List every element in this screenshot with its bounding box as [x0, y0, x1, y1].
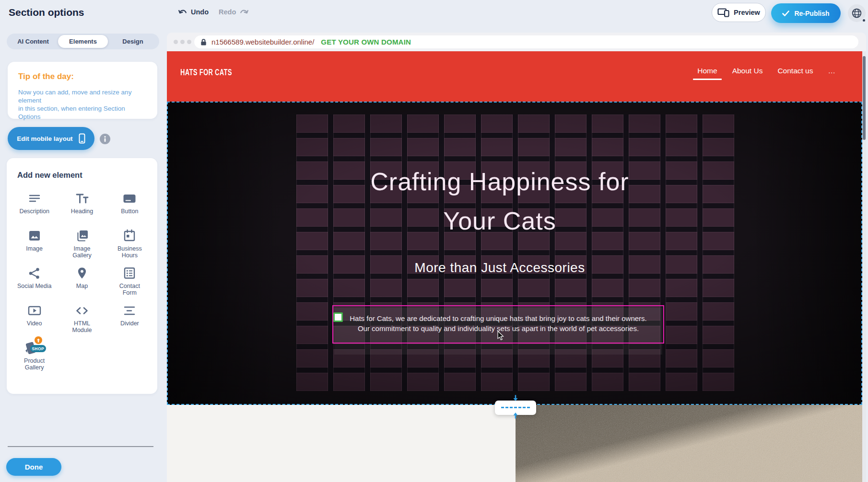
window-dot-3	[187, 40, 191, 44]
edit-mobile-layout-label: Edit mobile layout	[17, 135, 72, 142]
element-image[interactable]: Image	[11, 225, 58, 263]
site-preview: HATS FOR CATS Home About Us Contact us ……	[167, 51, 866, 482]
window-dot-2	[180, 40, 185, 44]
site-logo[interactable]: HATS FOR CATS	[180, 68, 232, 78]
image-gallery-icon	[75, 227, 89, 244]
tab-elements[interactable]: Elements	[58, 35, 108, 48]
map-pin-icon	[75, 264, 89, 282]
html-module-icon	[75, 302, 89, 319]
globe-status-dot	[862, 18, 866, 23]
resize-dashed-line	[501, 407, 530, 408]
tip-body: Now you can add, move and resize any ele…	[18, 88, 148, 121]
upload-badge-icon	[35, 336, 42, 344]
site-nav: Home About Us Contact us …	[697, 67, 835, 80]
republish-button[interactable]: Re-Publish	[771, 3, 841, 23]
gravel-photo	[516, 405, 862, 482]
business-hours-icon	[122, 227, 137, 244]
nav-home[interactable]: Home	[697, 67, 717, 80]
window-dot-1	[174, 40, 178, 44]
arrow-up-icon	[513, 412, 518, 421]
check-icon	[782, 11, 789, 16]
button-icon	[122, 190, 137, 207]
element-contact-form[interactable]: Contact Form	[106, 263, 153, 300]
edit-mobile-layout-button[interactable]: Edit mobile layout	[8, 127, 94, 150]
element-grid: Description Heading Button Image Image G…	[7, 188, 157, 375]
redo-button[interactable]: Redo	[219, 8, 248, 16]
lock-icon	[200, 38, 207, 46]
browser-bar: n1566589.websitebuilder.online/ GET YOUR…	[167, 33, 866, 51]
element-social-media[interactable]: Social Media	[11, 263, 58, 300]
tip-body-line2: in this section, when entering Section O…	[18, 104, 148, 121]
globe-icon	[851, 8, 862, 19]
hero-vignette	[167, 102, 862, 405]
tip-body-line1: Now you can add, move and resize any ele…	[18, 88, 148, 104]
nav-more-menu[interactable]: …	[828, 67, 836, 80]
preview-button[interactable]: Preview	[712, 3, 766, 22]
address-bar[interactable]: n1566589.websitebuilder.online/ GET YOUR…	[194, 35, 858, 48]
product-gallery-icon: SHOP	[24, 339, 45, 356]
description-icon	[27, 190, 42, 207]
undo-icon	[178, 9, 188, 15]
element-html-module[interactable]: HTML Module	[58, 300, 106, 337]
panel-tabs: AI Content Elements Design	[7, 34, 159, 49]
next-section-background	[167, 405, 516, 482]
shop-badge: SHOP	[30, 345, 46, 352]
element-button[interactable]: Button	[106, 188, 153, 225]
hero-section[interactable]: Crafting Happiness for Your Cats More th…	[167, 102, 862, 405]
tab-ai-content[interactable]: AI Content	[8, 35, 58, 48]
arrow-down-icon	[513, 395, 518, 403]
heading-icon	[75, 190, 89, 207]
tip-title: Tip of the day:	[18, 72, 74, 81]
undo-button[interactable]: Undo	[178, 8, 209, 16]
nav-contact-us[interactable]: Contact us	[777, 67, 813, 80]
selected-paragraph-element[interactable]: Hats for Cats, we are dedicated to craft…	[332, 305, 664, 344]
devices-icon	[717, 8, 729, 17]
section-resize-handle[interactable]	[495, 401, 536, 415]
phone-icon	[79, 133, 85, 144]
element-video[interactable]: Video	[11, 300, 58, 337]
done-button[interactable]: Done	[6, 458, 61, 476]
hero-heading[interactable]: Crafting Happiness for Your Cats	[167, 162, 833, 241]
redo-icon	[239, 9, 248, 15]
page-title: Section options	[9, 7, 84, 18]
site-header: HATS FOR CATS Home About Us Contact us …	[167, 51, 862, 102]
scrollbar-thumb[interactable]	[863, 56, 866, 140]
language-globe-button[interactable]	[848, 4, 866, 22]
element-product-gallery[interactable]: SHOP Product Gallery	[11, 337, 58, 375]
divider-icon	[122, 302, 137, 319]
site-url[interactable]: n1566589.websitebuilder.online/	[211, 38, 314, 46]
hero-subheading[interactable]: More than Just Accessories	[167, 260, 833, 275]
hero-paragraph[interactable]: Hats for Cats, we are dedicated to craft…	[333, 313, 663, 333]
video-icon	[27, 302, 42, 319]
tab-design[interactable]: Design	[108, 35, 158, 48]
sidebar-divider	[8, 446, 153, 447]
add-element-title: Add new element	[17, 171, 82, 180]
element-image-gallery[interactable]: Image Gallery	[58, 225, 106, 263]
app-window: Section options AI Content Elements Desi…	[0, 0, 868, 482]
element-heading[interactable]: Heading	[58, 188, 106, 225]
info-icon[interactable]	[100, 134, 110, 144]
preview-scrollbar[interactable]	[862, 51, 866, 482]
element-business-hours[interactable]: Business Hours	[106, 225, 153, 263]
get-domain-link[interactable]: GET YOUR OWN DOMAIN	[321, 38, 411, 46]
element-map[interactable]: Map	[58, 263, 106, 300]
element-drag-handle[interactable]	[333, 312, 343, 322]
element-divider[interactable]: Divider	[106, 300, 153, 337]
image-icon	[27, 227, 42, 244]
contact-form-icon	[122, 264, 137, 282]
nav-about-us[interactable]: About Us	[732, 67, 763, 80]
element-description[interactable]: Description	[11, 188, 58, 225]
nav-active-underline	[693, 79, 721, 80]
social-media-icon	[27, 264, 42, 282]
